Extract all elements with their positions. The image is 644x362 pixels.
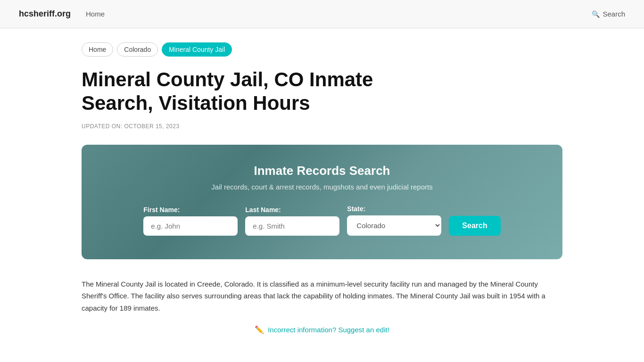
search-icon: 🔍 xyxy=(592,10,600,18)
header-left: hcsheriff.org Home xyxy=(19,9,105,19)
breadcrumb: Home Colorado Mineral County Jail xyxy=(82,42,562,57)
incorrect-info-label: Incorrect information? Suggest an edit! xyxy=(268,326,389,334)
page-title: Mineral County Jail, CO Inmate Search, V… xyxy=(82,68,449,115)
search-form: First Name: Last Name: State: AlabamaAla… xyxy=(110,205,534,236)
inmate-search-box: Inmate Records Search Jail records, cour… xyxy=(82,145,562,259)
updated-date: UPDATED ON: OCTOBER 15, 2023 xyxy=(82,123,562,130)
search-box-subtitle: Jail records, court & arrest records, mu… xyxy=(110,183,534,191)
first-name-group: First Name: xyxy=(143,206,238,236)
breadcrumb-home[interactable]: Home xyxy=(82,42,113,57)
site-header: hcsheriff.org Home 🔍 Search xyxy=(0,0,644,28)
search-box-title: Inmate Records Search xyxy=(110,164,534,178)
state-label: State: xyxy=(347,205,365,213)
breadcrumb-mineral-county-jail[interactable]: Mineral County Jail xyxy=(162,42,232,57)
last-name-label: Last Name: xyxy=(245,206,281,214)
state-group: State: AlabamaAlaskaArizonaArkansasCalif… xyxy=(347,205,441,236)
description-text: The Mineral County Jail is located in Cr… xyxy=(82,278,562,314)
last-name-input[interactable] xyxy=(245,216,339,236)
first-name-input[interactable] xyxy=(143,216,238,236)
breadcrumb-colorado[interactable]: Colorado xyxy=(117,42,158,57)
header-search[interactable]: 🔍 Search xyxy=(592,10,625,18)
incorrect-info-link[interactable]: ✏️ Incorrect information? Suggest an edi… xyxy=(82,325,562,334)
site-logo[interactable]: hcsheriff.org xyxy=(19,9,71,19)
search-button[interactable]: Search xyxy=(449,216,500,236)
main-content: Home Colorado Mineral County Jail Minera… xyxy=(63,28,581,362)
last-name-group: Last Name: xyxy=(245,206,339,236)
first-name-label: First Name: xyxy=(143,206,180,214)
nav-home-link[interactable]: Home xyxy=(86,10,105,18)
header-search-label: Search xyxy=(603,10,625,18)
state-select[interactable]: AlabamaAlaskaArizonaArkansasCaliforniaCo… xyxy=(347,215,441,236)
pencil-icon: ✏️ xyxy=(255,325,264,334)
